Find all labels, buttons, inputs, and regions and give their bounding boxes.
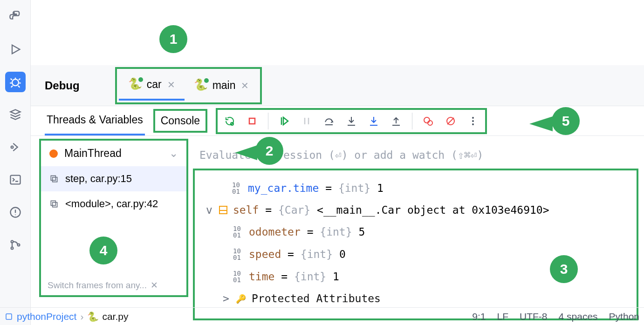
annotation-callout-1: 1 [159, 25, 187, 53]
python-file-icon [128, 78, 141, 91]
indent-setting[interactable]: 4 spaces [559, 311, 598, 322]
step-out-icon[interactable] [390, 115, 403, 128]
debug-header: Debug car ✕ main ✕ [31, 65, 644, 106]
vcs-icon[interactable] [5, 235, 26, 255]
thread-selector[interactable]: MainThread ⌄ [41, 141, 186, 166]
primitive-icon: 1001 [233, 270, 243, 283]
annotation-callout-2: 2 [255, 137, 283, 165]
key-icon: 🔑 [236, 294, 246, 304]
variable-row[interactable]: v self = {Car} <__main__.Car object at 0… [203, 199, 628, 221]
separator [412, 113, 412, 129]
stack-frame-icon [49, 174, 59, 183]
svg-point-15 [472, 123, 474, 125]
variable-row[interactable]: > 🔑 Protected Attributes [203, 288, 628, 309]
left-tool-sidebar [0, 0, 31, 325]
svg-point-0 [13, 13, 14, 14]
svg-point-14 [472, 120, 474, 122]
project-icon [5, 312, 13, 321]
close-icon[interactable]: ✕ [241, 80, 249, 91]
svg-rect-16 [51, 176, 55, 180]
chevron-down-icon: ⌄ [169, 147, 178, 160]
caret-position[interactable]: 9:1 [472, 311, 486, 322]
frame-label: step, car.py:15 [65, 173, 132, 185]
pause-icon[interactable] [300, 115, 313, 128]
annotation-callout-4: 4 [89, 237, 117, 264]
svg-point-1 [12, 79, 19, 86]
line-separator[interactable]: LF [497, 311, 509, 322]
svg-rect-20 [6, 314, 12, 319]
stack-frame-icon [49, 199, 59, 209]
primitive-icon: 1001 [233, 248, 243, 261]
services-icon[interactable] [5, 104, 26, 125]
frame-item[interactable]: step, car.py:15 [41, 166, 186, 191]
expand-toggle-icon[interactable]: > [222, 292, 230, 305]
more-icon[interactable] [466, 115, 480, 128]
step-into-my-code-icon[interactable] [367, 115, 380, 128]
breadcrumb[interactable]: pythonProject › 🐍 car.py [5, 311, 128, 322]
run-config-label: main [212, 79, 236, 92]
tab-console[interactable]: Console [153, 109, 207, 133]
svg-point-13 [472, 117, 474, 119]
status-bar: pythonProject › 🐍 car.py 9:1 LF UTF-8 4 … [0, 307, 644, 325]
thread-status-dot [49, 149, 58, 158]
python-file-icon: 🐍 [87, 311, 98, 322]
primitive-icon: 1001 [233, 225, 243, 238]
run-config-tab-car[interactable]: car ✕ [119, 71, 185, 101]
svg-rect-9 [249, 118, 255, 124]
variable-row[interactable]: 1001 my_car.time = {int} 1 [203, 177, 628, 199]
svg-point-5 [11, 241, 13, 243]
frames-panel: MainThread ⌄ step, car.py:15 <module>, c… [39, 139, 188, 297]
object-icon [219, 206, 227, 214]
svg-rect-17 [53, 177, 57, 182]
step-over-icon[interactable] [322, 115, 336, 128]
step-into-icon[interactable] [345, 115, 358, 128]
run-config-label: car [147, 78, 162, 91]
variables-panel: 1001 my_car.time = {int} 1 v self = {Car… [193, 169, 638, 320]
python-file-icon [194, 79, 207, 92]
svg-rect-3 [10, 176, 20, 184]
interpreter[interactable]: Python [609, 311, 639, 322]
stop-icon[interactable] [246, 115, 259, 128]
svg-rect-19 [53, 203, 57, 207]
run-config-tab-main[interactable]: main ✕ [185, 71, 259, 101]
structure-icon[interactable] [5, 137, 26, 157]
run-icon[interactable] [5, 39, 26, 60]
debug-toolbar [216, 108, 487, 134]
frame-label: <module>, car.py:42 [65, 198, 158, 210]
svg-rect-18 [51, 201, 55, 205]
separator [268, 113, 268, 129]
switch-frames-hint: Switch frames from any... ✕ [41, 275, 186, 295]
resume-icon[interactable] [278, 115, 291, 128]
tab-threads-variables[interactable]: Threads & Variables [45, 106, 145, 135]
debug-icon[interactable] [5, 72, 26, 92]
mute-breakpoints-icon[interactable] [444, 115, 457, 128]
view-breakpoints-icon[interactable] [422, 115, 435, 128]
rerun-icon[interactable] [223, 115, 236, 128]
tool-window-title: Debug [45, 79, 80, 92]
python-console-icon[interactable] [5, 7, 26, 27]
variable-row[interactable]: 1001 odometer = {int} 5 [203, 221, 628, 243]
primitive-icon: 1001 [232, 182, 242, 195]
file-encoding[interactable]: UTF-8 [520, 311, 548, 322]
annotation-callout-3: 3 [550, 255, 578, 283]
expand-toggle-icon[interactable]: v [205, 204, 213, 216]
close-icon[interactable]: ✕ [167, 79, 175, 90]
editor-area-placeholder [31, 0, 644, 65]
annotation-callout-5: 5 [552, 107, 580, 135]
svg-point-6 [11, 247, 13, 250]
terminal-icon[interactable] [5, 169, 26, 190]
frame-item[interactable]: <module>, car.py:42 [41, 191, 186, 217]
thread-name: MainThread [64, 147, 122, 160]
close-icon[interactable]: ✕ [151, 280, 158, 291]
problems-icon[interactable] [5, 202, 26, 223]
svg-point-2 [11, 146, 13, 149]
svg-point-10 [424, 117, 430, 123]
run-config-tabs: car ✕ main ✕ [115, 67, 262, 104]
